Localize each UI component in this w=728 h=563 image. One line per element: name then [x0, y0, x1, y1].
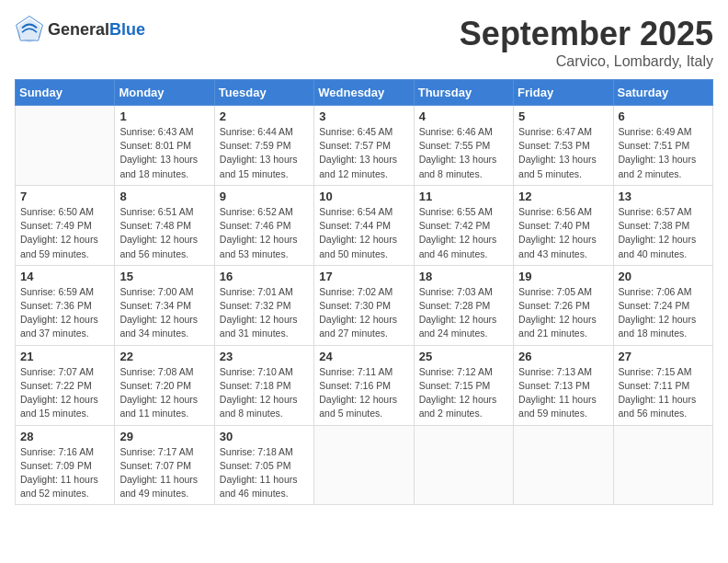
calendar-cell: 8Sunrise: 6:51 AM Sunset: 7:48 PM Daylig…	[115, 185, 214, 265]
calendar-cell: 3Sunrise: 6:45 AM Sunset: 7:57 PM Daylig…	[314, 106, 414, 186]
day-info: Sunrise: 6:51 AM Sunset: 7:48 PM Dayligh…	[119, 205, 209, 261]
day-number: 12	[518, 190, 608, 203]
logo-general: General	[48, 20, 109, 39]
calendar-week-row: 28Sunrise: 7:16 AM Sunset: 7:09 PM Dayli…	[16, 425, 713, 505]
day-info: Sunrise: 7:07 AM Sunset: 7:22 PM Dayligh…	[20, 365, 109, 421]
day-info: Sunrise: 7:13 AM Sunset: 7:13 PM Dayligh…	[518, 365, 608, 421]
day-number: 21	[20, 350, 109, 363]
calendar-cell: 20Sunrise: 7:06 AM Sunset: 7:24 PM Dayli…	[613, 265, 712, 345]
day-number: 11	[419, 190, 508, 203]
calendar-cell: 9Sunrise: 6:52 AM Sunset: 7:46 PM Daylig…	[214, 185, 313, 265]
day-number: 24	[319, 350, 408, 363]
day-number: 15	[119, 270, 209, 283]
calendar-week-row: 1Sunrise: 6:43 AM Sunset: 8:01 PM Daylig…	[16, 106, 713, 186]
day-info: Sunrise: 7:12 AM Sunset: 7:15 PM Dayligh…	[419, 365, 508, 421]
day-info: Sunrise: 7:06 AM Sunset: 7:24 PM Dayligh…	[619, 285, 708, 341]
calendar-cell: 19Sunrise: 7:05 AM Sunset: 7:26 PM Dayli…	[514, 265, 613, 345]
day-info: Sunrise: 6:59 AM Sunset: 7:36 PM Dayligh…	[20, 285, 109, 341]
day-info: Sunrise: 7:00 AM Sunset: 7:34 PM Dayligh…	[119, 285, 209, 341]
calendar-cell: 18Sunrise: 7:03 AM Sunset: 7:28 PM Dayli…	[414, 265, 513, 345]
calendar-cell: 25Sunrise: 7:12 AM Sunset: 7:15 PM Dayli…	[414, 345, 513, 425]
svg-marker-0	[18, 18, 40, 42]
day-info: Sunrise: 7:01 AM Sunset: 7:32 PM Dayligh…	[220, 285, 309, 341]
calendar-cell	[414, 425, 513, 505]
calendar-cell: 2Sunrise: 6:44 AM Sunset: 7:59 PM Daylig…	[214, 106, 313, 186]
day-number: 25	[419, 350, 508, 363]
calendar-cell: 15Sunrise: 7:00 AM Sunset: 7:34 PM Dayli…	[115, 265, 214, 345]
calendar-cell: 17Sunrise: 7:02 AM Sunset: 7:30 PM Dayli…	[314, 265, 414, 345]
logo: GeneralBlue	[15, 15, 145, 44]
day-info: Sunrise: 6:50 AM Sunset: 7:49 PM Dayligh…	[20, 205, 109, 261]
title-block: September 2025 Carvico, Lombardy, Italy	[460, 15, 713, 70]
page-header: GeneralBlue September 2025 Carvico, Lomb…	[15, 15, 713, 70]
day-info: Sunrise: 6:49 AM Sunset: 7:51 PM Dayligh…	[619, 125, 708, 181]
day-number: 19	[518, 270, 608, 283]
calendar-cell	[314, 425, 414, 505]
weekday-header-row: SundayMondayTuesdayWednesdayThursdayFrid…	[16, 80, 713, 106]
calendar-cell: 23Sunrise: 7:10 AM Sunset: 7:18 PM Dayli…	[214, 345, 313, 425]
day-number: 18	[419, 270, 508, 283]
day-number: 16	[220, 270, 309, 283]
day-info: Sunrise: 6:57 AM Sunset: 7:38 PM Dayligh…	[619, 205, 708, 261]
calendar-cell	[613, 425, 712, 505]
month-title: September 2025	[460, 15, 713, 53]
calendar-cell: 4Sunrise: 6:46 AM Sunset: 7:55 PM Daylig…	[414, 106, 513, 186]
day-info: Sunrise: 7:18 AM Sunset: 7:05 PM Dayligh…	[220, 445, 309, 501]
logo-icon	[15, 15, 44, 44]
day-number: 2	[220, 109, 309, 123]
day-info: Sunrise: 7:10 AM Sunset: 7:18 PM Dayligh…	[220, 365, 309, 421]
day-info: Sunrise: 6:47 AM Sunset: 7:53 PM Dayligh…	[518, 125, 608, 181]
logo-blue: Blue	[109, 20, 145, 39]
calendar-cell: 24Sunrise: 7:11 AM Sunset: 7:16 PM Dayli…	[314, 345, 414, 425]
day-info: Sunrise: 6:52 AM Sunset: 7:46 PM Dayligh…	[220, 205, 309, 261]
day-number: 30	[220, 430, 309, 443]
day-info: Sunrise: 6:55 AM Sunset: 7:42 PM Dayligh…	[419, 205, 508, 261]
calendar-week-row: 7Sunrise: 6:50 AM Sunset: 7:49 PM Daylig…	[16, 185, 713, 265]
calendar-cell: 1Sunrise: 6:43 AM Sunset: 8:01 PM Daylig…	[115, 106, 214, 186]
calendar-cell: 12Sunrise: 6:56 AM Sunset: 7:40 PM Dayli…	[514, 185, 613, 265]
day-number: 8	[119, 190, 209, 203]
location-subtitle: Carvico, Lombardy, Italy	[460, 53, 713, 70]
weekday-header-monday: Monday	[115, 80, 214, 106]
day-info: Sunrise: 7:16 AM Sunset: 7:09 PM Dayligh…	[20, 445, 109, 501]
calendar-cell: 11Sunrise: 6:55 AM Sunset: 7:42 PM Dayli…	[414, 185, 513, 265]
weekday-header-sunday: Sunday	[16, 80, 115, 106]
calendar-body: 1Sunrise: 6:43 AM Sunset: 8:01 PM Daylig…	[16, 106, 713, 505]
day-info: Sunrise: 7:17 AM Sunset: 7:07 PM Dayligh…	[119, 445, 209, 501]
day-number: 23	[220, 350, 309, 363]
calendar-week-row: 14Sunrise: 6:59 AM Sunset: 7:36 PM Dayli…	[16, 265, 713, 345]
day-info: Sunrise: 7:05 AM Sunset: 7:26 PM Dayligh…	[518, 285, 608, 341]
day-info: Sunrise: 7:08 AM Sunset: 7:20 PM Dayligh…	[119, 365, 209, 421]
calendar-cell: 26Sunrise: 7:13 AM Sunset: 7:13 PM Dayli…	[514, 345, 613, 425]
day-number: 7	[20, 190, 109, 203]
calendar-week-row: 21Sunrise: 7:07 AM Sunset: 7:22 PM Dayli…	[16, 345, 713, 425]
day-info: Sunrise: 6:46 AM Sunset: 7:55 PM Dayligh…	[419, 125, 508, 181]
calendar-cell: 5Sunrise: 6:47 AM Sunset: 7:53 PM Daylig…	[514, 106, 613, 186]
weekday-header-friday: Friday	[514, 80, 613, 106]
day-info: Sunrise: 6:56 AM Sunset: 7:40 PM Dayligh…	[518, 205, 608, 261]
day-number: 28	[20, 430, 109, 443]
day-number: 9	[220, 190, 309, 203]
day-info: Sunrise: 7:03 AM Sunset: 7:28 PM Dayligh…	[419, 285, 508, 341]
calendar-cell: 22Sunrise: 7:08 AM Sunset: 7:20 PM Dayli…	[115, 345, 214, 425]
calendar-cell: 30Sunrise: 7:18 AM Sunset: 7:05 PM Dayli…	[214, 425, 313, 505]
calendar-cell: 29Sunrise: 7:17 AM Sunset: 7:07 PM Dayli…	[115, 425, 214, 505]
calendar-cell: 28Sunrise: 7:16 AM Sunset: 7:09 PM Dayli…	[16, 425, 115, 505]
logo-text: GeneralBlue	[48, 20, 145, 40]
day-info: Sunrise: 7:15 AM Sunset: 7:11 PM Dayligh…	[619, 365, 708, 421]
calendar-cell: 27Sunrise: 7:15 AM Sunset: 7:11 PM Dayli…	[613, 345, 712, 425]
day-number: 10	[319, 190, 408, 203]
day-info: Sunrise: 6:45 AM Sunset: 7:57 PM Dayligh…	[319, 125, 408, 181]
calendar-table: SundayMondayTuesdayWednesdayThursdayFrid…	[15, 79, 713, 505]
weekday-header-tuesday: Tuesday	[214, 80, 313, 106]
day-number: 29	[119, 430, 209, 443]
day-number: 13	[619, 190, 708, 203]
day-number: 17	[319, 270, 408, 283]
day-info: Sunrise: 6:44 AM Sunset: 7:59 PM Dayligh…	[220, 125, 309, 181]
day-info: Sunrise: 6:43 AM Sunset: 8:01 PM Dayligh…	[119, 125, 209, 181]
day-number: 20	[619, 270, 708, 283]
calendar-cell: 6Sunrise: 6:49 AM Sunset: 7:51 PM Daylig…	[613, 106, 712, 186]
day-number: 4	[419, 109, 508, 123]
day-info: Sunrise: 7:02 AM Sunset: 7:30 PM Dayligh…	[319, 285, 408, 341]
calendar-cell: 14Sunrise: 6:59 AM Sunset: 7:36 PM Dayli…	[16, 265, 115, 345]
